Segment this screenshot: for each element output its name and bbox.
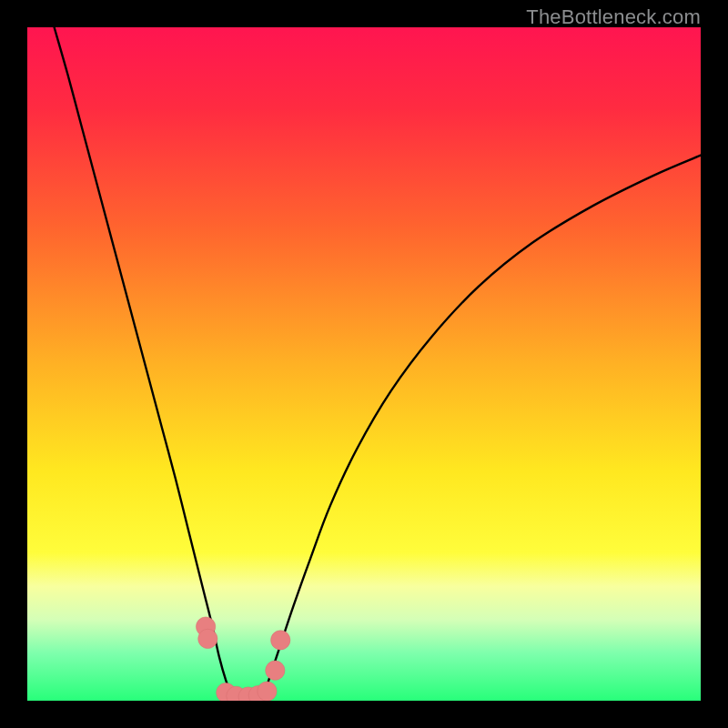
watermark-text: TheBottleneck.com (526, 5, 701, 29)
data-marker (266, 661, 285, 680)
chart-curves (27, 27, 701, 701)
plot-area (27, 27, 701, 701)
data-marker (271, 631, 290, 650)
data-marker (258, 682, 277, 701)
data-marker (198, 629, 217, 648)
series-left-curve (55, 27, 233, 697)
series-right-curve (263, 156, 701, 698)
chart-frame: TheBottleneck.com (0, 0, 728, 728)
